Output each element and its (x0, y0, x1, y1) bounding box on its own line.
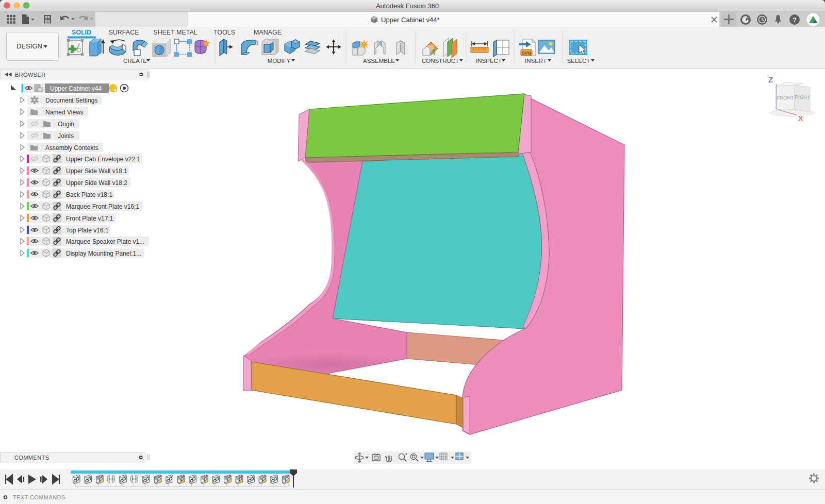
svg-text:BROWSER: BROWSER (15, 72, 46, 78)
svg-text:Z: Z (768, 75, 773, 84)
svg-text:SELECT: SELECT (567, 58, 590, 64)
svg-text:X: X (798, 114, 803, 123)
svg-text:INSPECT: INSPECT (476, 58, 502, 64)
svg-text:Upper Cabinet v44: Upper Cabinet v44 (50, 85, 102, 92)
svg-text:Front Plate v17:1: Front Plate v17:1 (66, 215, 113, 222)
svg-text:MANAGE: MANAGE (254, 29, 282, 36)
svg-text:Display Mounting Panel:1...: Display Mounting Panel:1... (66, 250, 141, 257)
svg-text:COMMENTS: COMMENTS (14, 455, 49, 461)
svg-text:Top Plate v16:1: Top Plate v16:1 (66, 227, 109, 234)
svg-text:DESIGN: DESIGN (16, 42, 42, 50)
svg-text:Named Views: Named Views (45, 109, 84, 116)
svg-text:TOOLS: TOOLS (213, 29, 235, 36)
svg-text:Marquee Front Plate v16:1: Marquee Front Plate v16:1 (66, 203, 139, 210)
svg-text:Back Plate v18:1: Back Plate v18:1 (66, 191, 112, 198)
svg-text:SOLID: SOLID (72, 29, 91, 36)
svg-text:SHEET METAL: SHEET METAL (153, 29, 197, 36)
svg-text:Assembly Contexts: Assembly Contexts (45, 144, 98, 152)
svg-text:TEXT COMMANDS: TEXT COMMANDS (13, 494, 65, 500)
svg-text:RIGHT: RIGHT (795, 94, 810, 100)
svg-text:Origin: Origin (58, 121, 74, 128)
svg-text:Joints: Joints (58, 132, 74, 140)
svg-text:Document Settings: Document Settings (45, 97, 97, 104)
svg-text:ASSEMBLE: ASSEMBLE (363, 58, 395, 64)
svg-text:Upper Cabinet v44*: Upper Cabinet v44* (381, 16, 439, 24)
svg-text:SVG: SVG (521, 51, 531, 56)
svg-text:CONSTRUCT: CONSTRUCT (422, 58, 459, 64)
svg-text:SURFACE: SURFACE (108, 29, 139, 36)
svg-text:?: ? (793, 16, 797, 24)
svg-text:Upper Side Wall v18:2: Upper Side Wall v18:2 (66, 179, 127, 187)
svg-text:Marquee Speaker Plate v1...: Marquee Speaker Plate v1... (66, 238, 144, 245)
svg-text:Upper Cab Envelope v22:1: Upper Cab Envelope v22:1 (66, 156, 140, 163)
svg-text:CREATE: CREATE (123, 58, 147, 64)
svg-text:Autodesk Fusion 360: Autodesk Fusion 360 (376, 2, 439, 10)
svg-text:INSERT: INSERT (525, 58, 547, 64)
svg-text:Upper Side Wall v18:1: Upper Side Wall v18:1 (66, 167, 127, 175)
svg-text:FRONT: FRONT (777, 94, 794, 100)
svg-text:MODIFY: MODIFY (268, 58, 291, 64)
